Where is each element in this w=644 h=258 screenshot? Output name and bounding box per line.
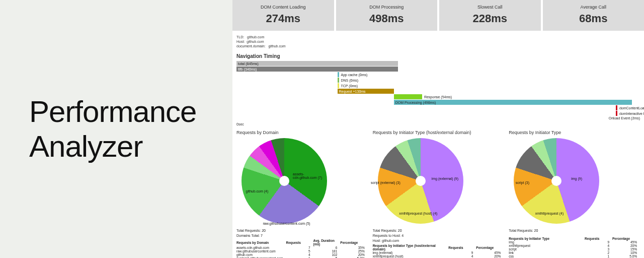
page-title: Performance Analyzer bbox=[29, 94, 196, 164]
col-header: Percentage bbox=[612, 237, 640, 240]
bar-onload-label: Onload Event (2ms) bbox=[609, 116, 640, 120]
table-row: xmlhttprequest (host)420% bbox=[373, 254, 504, 258]
tld-label: TLD: bbox=[236, 35, 244, 39]
metric-value: 274ms bbox=[232, 12, 334, 25]
table-domain: Total Requests: 20 Domains Total: 7 Requ… bbox=[236, 229, 368, 258]
bar-appcache-label: App cache (0ms) bbox=[341, 73, 368, 77]
summary-line: Total Requests: 20 bbox=[509, 229, 640, 232]
bar-dominteractive bbox=[616, 111, 617, 116]
pie-initiator: img (9) xmlhttprequest (4) script (3) bbox=[514, 138, 599, 224]
chart-title: Requests by Domain bbox=[236, 130, 368, 135]
metric-label: Average Call bbox=[543, 5, 645, 10]
metric-label: DOM Processing bbox=[336, 5, 438, 10]
table-row: xmlhttprequest420% bbox=[509, 244, 640, 247]
bar-dom: DOM Processing (498ms) bbox=[394, 100, 632, 105]
title-pane: Performance Analyzer bbox=[0, 0, 232, 258]
table-header-row: Requests by Initiator Type (host/externa… bbox=[373, 244, 504, 251]
bar-request: Request +130ms bbox=[338, 89, 394, 94]
col-header: Requests bbox=[448, 244, 476, 251]
metric-dom-processing: DOM Processing 498ms bbox=[336, 0, 438, 31]
summary-line: Total Requests: 20 bbox=[236, 229, 368, 232]
pie-hole bbox=[551, 176, 561, 186]
col-header: Requests bbox=[286, 239, 313, 246]
metric-value: 498ms bbox=[336, 12, 438, 25]
bar-domi-label: domInteractive Event (0ms) bbox=[619, 112, 644, 115]
col-header: Requests by Domain bbox=[236, 239, 286, 246]
pie-initiator-he: img (external) (9) xmlhttprequest (host)… bbox=[378, 138, 463, 224]
chart-requests-by-domain: Requests by Domain assets-cdn.github.com… bbox=[236, 130, 368, 224]
slice-label: xmlhttprequest (host) (4) bbox=[399, 212, 437, 215]
metric-slowest-call: Slowest Call 228ms bbox=[439, 0, 541, 31]
summary-line: Domains Total: 7 bbox=[236, 234, 368, 237]
tld-value: github.com bbox=[247, 35, 264, 39]
title-line1: Performance bbox=[29, 94, 196, 129]
summary-line: Total Requests: 20 bbox=[373, 229, 504, 232]
col-header: Avg. Duration (ms) bbox=[313, 239, 341, 246]
dashboard: DOM Content Loading 274ms DOM Processing… bbox=[232, 0, 644, 258]
metric-label: DOM Content Loading bbox=[232, 5, 334, 10]
col-header: Requests by Initiator Type bbox=[509, 237, 585, 240]
metric-dom-content-loading: DOM Content Loading 274ms bbox=[232, 0, 334, 31]
col-header: Percentage bbox=[476, 244, 504, 251]
bar-dns bbox=[338, 78, 339, 83]
col-header: Percentage bbox=[340, 239, 367, 246]
doc-value: github.com bbox=[268, 44, 285, 48]
bar-dns-label: DNS (0ms) bbox=[341, 79, 359, 82]
pie-charts-row: Requests by Domain assets-cdn.github.com… bbox=[232, 128, 644, 224]
axis-label: 0sec bbox=[232, 120, 644, 128]
summary-line: Requests to Host: 4 bbox=[373, 234, 504, 237]
table-header-row: Requests by Domain Requests Avg. Duratio… bbox=[236, 239, 368, 246]
col-header: Requests by Initiator Type (host/externa… bbox=[373, 244, 449, 251]
bar-ttfb: ttfb (340ms) bbox=[236, 67, 398, 72]
table-row: raw.githubusercontent.com518125% bbox=[236, 249, 368, 253]
pie-hole bbox=[416, 176, 426, 186]
bar-response-label: Response (54ms) bbox=[424, 95, 452, 99]
bar-domcontentloaded bbox=[616, 105, 617, 110]
table-initiator: Total Requests: 20 Requests by Initiator… bbox=[509, 229, 640, 258]
table-row: img945% bbox=[509, 240, 640, 244]
pie-domain: assets-cdn.github.com (7) github.com (4)… bbox=[242, 138, 327, 224]
bar-appcache bbox=[338, 72, 339, 77]
metric-average-call: Average Call 68ms bbox=[543, 0, 645, 31]
bar-response bbox=[394, 94, 422, 99]
slice-label: assets-cdn.github.com (7) bbox=[293, 172, 327, 179]
bar-tcp-label: TCP (0ms) bbox=[341, 84, 358, 88]
host-value: github.com bbox=[247, 40, 264, 43]
table-row: github.com410220% bbox=[236, 253, 368, 256]
summary-tables: Total Requests: 20 Domains Total: 7 Requ… bbox=[232, 224, 644, 258]
pie-hole bbox=[279, 176, 289, 186]
slice-label: img (9) bbox=[571, 177, 582, 180]
nav-timing-chart: total (845ms) ttfb (340ms) App cache (0m… bbox=[232, 61, 644, 120]
summary-line: Host: github.com bbox=[373, 239, 504, 242]
chart-requests-by-initiator: Requests by Initiator Type img (9) xmlht… bbox=[509, 130, 640, 224]
slice-label: github.com (4) bbox=[246, 189, 269, 193]
slice-label: script (3) bbox=[516, 181, 529, 184]
metric-label: Slowest Call bbox=[439, 5, 541, 10]
table-row: link210% bbox=[509, 251, 640, 254]
metric-value: 228ms bbox=[439, 12, 541, 25]
data-table: Requests by Initiator Type Requests Perc… bbox=[509, 237, 640, 258]
table-row: script315% bbox=[509, 247, 640, 251]
nav-timing-title: Navigation Timing bbox=[232, 51, 644, 61]
table-initiator-he: Total Requests: 20 Requests to Host: 4 H… bbox=[373, 229, 504, 258]
data-table: Requests by Initiator Type (host/externa… bbox=[373, 244, 504, 258]
bar-tcp bbox=[338, 83, 339, 88]
table-row: css15.0% bbox=[509, 254, 640, 258]
host-info: TLD: github.com Host: github.com documen… bbox=[232, 31, 644, 51]
doc-label: document.domain: bbox=[236, 44, 266, 48]
data-table: Requests by Domain Requests Avg. Duratio… bbox=[236, 239, 368, 258]
table-row: assets-cdn.github.com7635% bbox=[236, 246, 368, 249]
slice-label: xmlhttprequest (4) bbox=[535, 212, 564, 215]
col-header: Requests bbox=[585, 237, 612, 240]
chart-requests-by-initiator-he: Requests by Initiator Type (host/externa… bbox=[373, 130, 504, 224]
bar-domc-label: domContentLoaded Event (4ms) bbox=[619, 106, 644, 110]
host-label: Host: bbox=[236, 40, 245, 43]
chart-title: Requests by Initiator Type (host/externa… bbox=[373, 130, 504, 135]
bar-total: total (845ms) bbox=[236, 61, 398, 66]
chart-title: Requests by Initiator Type bbox=[509, 130, 640, 135]
metrics-row: DOM Content Loading 274ms DOM Processing… bbox=[232, 0, 644, 31]
slice-label: img (external) (9) bbox=[432, 177, 458, 180]
metric-value: 68ms bbox=[543, 12, 645, 25]
slice-label: script (external) (3) bbox=[371, 181, 400, 184]
table-header-row: Requests by Initiator Type Requests Perc… bbox=[509, 237, 640, 240]
